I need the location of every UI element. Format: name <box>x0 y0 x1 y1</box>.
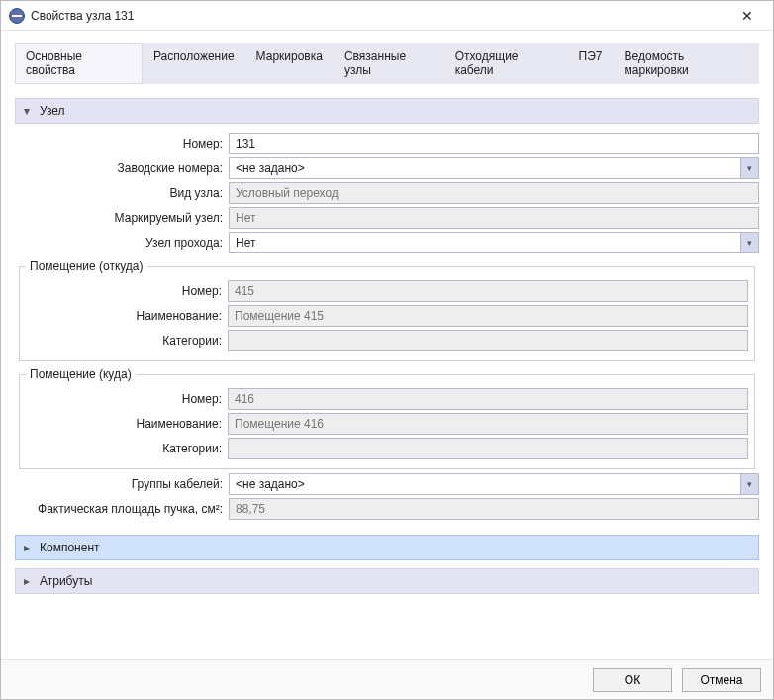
section-component-title: Компонент <box>40 541 100 554</box>
dialog-window: Свойства узла 131 ✕ Основные свойства Ра… <box>0 0 774 700</box>
row-room-to-categories: Категории: <box>26 438 748 459</box>
label-factory-numbers: Заводские номера: <box>15 161 229 175</box>
chevron-down-icon: ▾ <box>740 158 758 178</box>
combo-passage-node-value: Нет <box>236 236 740 250</box>
combo-cable-groups[interactable]: <не задано> ▾ <box>229 473 759 495</box>
window-title: Свойства узла 131 <box>31 9 727 23</box>
section-node-title: Узел <box>40 104 65 118</box>
label-node-type: Вид узла: <box>15 186 229 200</box>
label-room-from-number: Номер: <box>26 284 228 298</box>
tab-marking-sheet[interactable]: Ведомость маркировки <box>614 43 759 84</box>
section-node: ▾ Узел Номер: Заводские номера: <box>15 98 759 527</box>
tab-location[interactable]: Расположение <box>143 43 245 84</box>
group-room-to: Помещение (куда) Номер: 416 Наименование… <box>19 367 755 469</box>
readonly-node-type: Условный переход <box>229 182 759 204</box>
combo-cable-groups-value: <не задано> <box>236 477 740 491</box>
tab-pe7[interactable]: ПЭ7 <box>568 43 614 84</box>
readonly-actual-bundle-area: 88,75 <box>229 498 759 520</box>
section-node-body: Номер: Заводские номера: <не задано> ▾ <box>15 124 759 527</box>
tab-main-properties[interactable]: Основные свойства <box>15 43 143 84</box>
section-component-header[interactable]: ▸ Компонент <box>15 535 759 560</box>
row-node-type: Вид узла: Условный переход <box>15 182 759 204</box>
readonly-room-from-categories <box>228 330 748 351</box>
label-actual-bundle-area: Фактическая площадь пучка, см²: <box>15 502 229 516</box>
chevron-right-icon: ▸ <box>24 541 34 554</box>
close-icon: ✕ <box>741 8 753 24</box>
row-room-from-categories: Категории: <box>26 330 748 351</box>
label-room-from-categories: Категории: <box>26 334 228 348</box>
label-cable-groups: Группы кабелей: <box>15 477 229 491</box>
app-icon <box>9 8 25 24</box>
section-attributes-header[interactable]: ▸ Атрибуты <box>15 568 759 594</box>
row-cable-groups: Группы кабелей: <не задано> ▾ <box>15 473 759 495</box>
readonly-room-to-categories <box>228 438 748 459</box>
label-number: Номер: <box>15 137 229 150</box>
row-marked-node: Маркируемый узел: Нет <box>15 207 759 229</box>
label-room-to-name: Наименование: <box>26 417 228 431</box>
combo-factory-numbers-value: <не задано> <box>236 161 740 175</box>
chevron-down-icon: ▾ <box>24 104 34 118</box>
row-number: Номер: <box>15 133 759 154</box>
row-room-from-name: Наименование: Помещение 415 <box>26 305 748 327</box>
label-room-to-categories: Категории: <box>26 442 228 455</box>
combo-passage-node[interactable]: Нет ▾ <box>229 232 759 253</box>
tab-bar: Основные свойства Расположение Маркировк… <box>15 43 759 84</box>
group-room-from-title: Помещение (откуда) <box>26 259 147 273</box>
label-marked-node: Маркируемый узел: <box>15 211 229 225</box>
row-actual-bundle-area: Фактическая площадь пучка, см²: 88,75 <box>15 498 759 520</box>
readonly-room-from-number: 415 <box>228 280 748 302</box>
readonly-marked-node: Нет <box>229 207 759 229</box>
label-room-from-name: Наименование: <box>26 309 228 323</box>
close-button[interactable]: ✕ <box>727 2 767 30</box>
input-number[interactable] <box>229 133 759 154</box>
section-attributes-title: Атрибуты <box>40 574 92 588</box>
readonly-room-to-name: Помещение 416 <box>228 413 748 435</box>
ok-button[interactable]: ОК <box>593 668 672 692</box>
tab-related-nodes[interactable]: Связанные узлы <box>334 43 444 84</box>
titlebar: Свойства узла 131 ✕ <box>1 1 773 31</box>
row-passage-node: Узел прохода: Нет ▾ <box>15 232 759 253</box>
footer: ОК Отмена <box>1 659 773 699</box>
row-room-to-number: Номер: 416 <box>26 388 748 410</box>
group-room-to-title: Помещение (куда) <box>26 367 136 381</box>
cancel-button[interactable]: Отмена <box>682 668 761 692</box>
label-room-to-number: Номер: <box>26 392 228 406</box>
chevron-down-icon: ▾ <box>740 233 758 252</box>
tab-outgoing-cables[interactable]: Отходящие кабели <box>444 43 568 84</box>
section-node-header[interactable]: ▾ Узел <box>15 98 759 124</box>
tab-marking[interactable]: Маркировка <box>245 43 334 84</box>
row-factory-numbers: Заводские номера: <не задано> ▾ <box>15 157 759 179</box>
panel-area: ▾ Узел Номер: Заводские номера: <box>15 98 759 648</box>
chevron-down-icon: ▾ <box>740 474 758 494</box>
client-area: Основные свойства Расположение Маркировк… <box>1 31 773 659</box>
group-room-from: Помещение (откуда) Номер: 415 Наименован… <box>19 259 755 361</box>
label-passage-node: Узел прохода: <box>15 236 229 250</box>
row-room-from-number: Номер: 415 <box>26 280 748 302</box>
readonly-room-from-name: Помещение 415 <box>228 305 748 327</box>
readonly-room-to-number: 416 <box>228 388 748 410</box>
row-room-to-name: Наименование: Помещение 416 <box>26 413 748 435</box>
chevron-right-icon: ▸ <box>24 574 34 588</box>
combo-factory-numbers[interactable]: <не задано> ▾ <box>229 157 759 179</box>
